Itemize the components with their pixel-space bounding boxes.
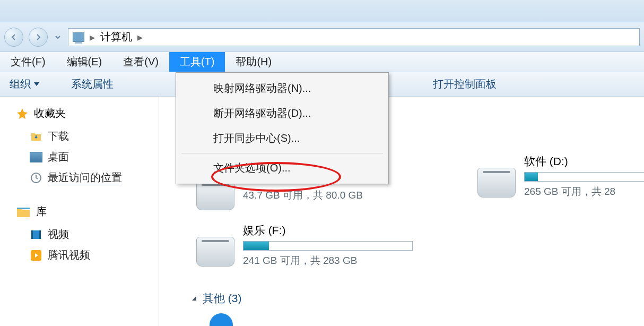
menu-file[interactable]: 文件(F) [0,52,56,72]
sidebar-libraries-label: 库 [36,204,47,219]
sidebar-recent-label: 最近访问的位置 [48,170,122,185]
sidebar: 收藏夹 下载 桌面 最近访问的位置 库 视频 [0,97,159,326]
menu-view[interactable]: 查看(V) [112,52,169,72]
sidebar-item-downloads[interactable]: 下载 [5,126,153,147]
drive-d[interactable]: 软件 (D:) 265 GB 可用，共 28 [477,154,644,199]
sidebar-downloads-label: 下载 [48,129,69,143]
toolbar-system-properties[interactable]: 系统属性 [71,77,114,91]
toolbar-organize-label: 组织 [10,77,31,91]
titlebar [0,0,644,22]
sidebar-tencent-label: 腾讯视频 [48,248,90,262]
breadcrumb-sep-icon: ▸ [90,31,95,44]
menu-item-disconnect-network-drive[interactable]: 断开网络驱动器(D)... [176,101,388,126]
menubar: 文件(F) 编辑(E) 查看(V) 工具(T) 帮助(H) [0,52,644,72]
nav-forward-button[interactable] [29,28,48,47]
library-icon [16,205,31,218]
sidebar-favorites-header[interactable]: 收藏夹 [5,106,153,121]
tencent-video-icon [30,249,42,262]
svg-rect-1 [17,208,30,209]
menu-tools[interactable]: 工具(T) [169,52,225,72]
desktop-icon [30,152,42,162]
drive-icon [196,237,234,267]
menu-item-open-sync-center[interactable]: 打开同步中心(S)... [176,126,388,151]
svg-rect-4 [39,230,41,239]
sidebar-item-videos[interactable]: 视频 [5,224,153,245]
computer-icon [73,32,84,42]
recent-places-icon [30,171,42,184]
drive-c-stats: 43.7 GB 可用，共 80.0 GB [243,188,363,202]
sidebar-videos-label: 视频 [48,227,69,242]
menu-item-map-network-drive[interactable]: 映射网络驱动器(N)... [176,76,388,101]
nav-history-chevron-icon[interactable] [53,34,63,40]
drive-f-name: 娱乐 (F:) [243,223,413,238]
section-other-header[interactable]: 其他 (3) [191,291,242,306]
nav-back-button[interactable] [4,28,23,47]
drive-f-stats: 241 GB 可用，共 283 GB [243,254,413,268]
drive-icon [477,168,516,198]
sidebar-favorites-label: 收藏夹 [34,106,66,121]
menu-help[interactable]: 帮助(H) [225,52,282,72]
drive-d-name: 软件 (D:) [524,154,644,169]
drive-f[interactable]: 娱乐 (F:) 241 GB 可用，共 283 GB [196,223,413,268]
drive-c-row[interactable]: 43.7 GB 可用，共 80.0 GB [196,181,363,210]
sidebar-item-tencent-video[interactable]: 腾讯视频 [5,245,153,265]
drive-d-stats: 265 GB 可用，共 28 [524,185,644,199]
drive-icon [196,181,234,210]
svg-rect-3 [31,230,33,239]
section-other-label: 其他 (3) [203,291,242,306]
sidebar-item-recent[interactable]: 最近访问的位置 [5,167,153,188]
sidebar-libraries-header[interactable]: 库 [5,204,153,219]
menu-separator [181,153,383,153]
drive-f-usage-bar [243,241,413,251]
breadcrumb-sep-icon: ▸ [137,31,143,44]
star-icon [16,107,29,120]
sidebar-libraries-group: 库 视频 腾讯视频 [5,204,153,265]
address-field[interactable]: ▸ 计算机 ▸ [68,28,640,46]
video-icon [30,228,42,241]
download-folder-icon [30,130,42,143]
toolbar-organize[interactable]: 组织 [10,77,39,91]
sidebar-desktop-label: 桌面 [48,150,69,164]
sidebar-item-desktop[interactable]: 桌面 [5,147,153,167]
expand-triangle-icon [191,295,197,302]
drive-d-usage-bar [524,172,644,182]
sidebar-favorites-group: 收藏夹 下载 桌面 最近访问的位置 [5,106,153,188]
menu-item-folder-options[interactable]: 文件夹选项(O)... [176,156,388,181]
toolbar-open-control-panel[interactable]: 打开控制面板 [433,77,497,91]
address-bar-row: ▸ 计算机 ▸ [0,22,644,52]
chevron-down-icon [34,82,39,86]
tools-dropdown-menu: 映射网络驱动器(N)... 断开网络驱动器(D)... 打开同步中心(S)...… [176,72,389,184]
menu-edit[interactable]: 编辑(E) [56,52,113,72]
breadcrumb-location[interactable]: 计算机 [100,30,132,44]
